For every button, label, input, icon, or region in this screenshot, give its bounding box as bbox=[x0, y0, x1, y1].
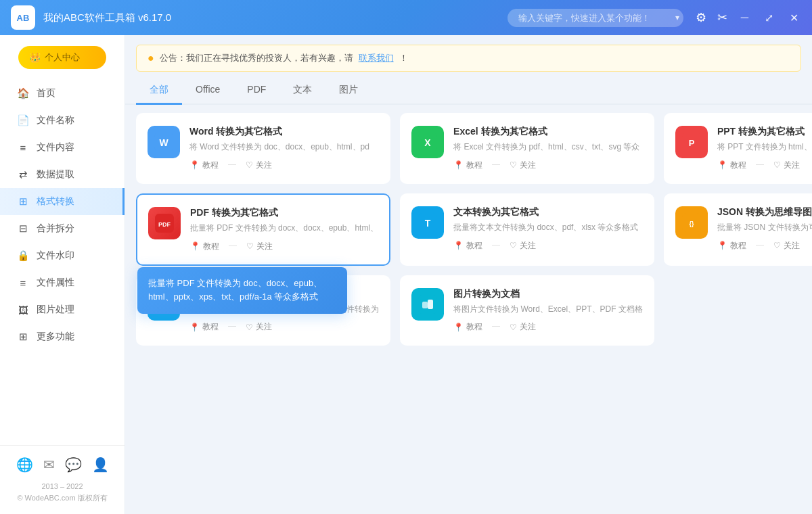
excel-tutorial-label: 教程 bbox=[466, 160, 482, 171]
word-tutorial-label: 教程 bbox=[202, 160, 219, 171]
sidebar-item-home[interactable]: 🏠 首页 bbox=[0, 80, 125, 107]
browser-icon[interactable]: 🌐 bbox=[16, 457, 33, 473]
search-dropdown-icon[interactable]: ▾ bbox=[675, 13, 679, 22]
excel-tutorial-btn[interactable]: 📍 教程 bbox=[453, 160, 482, 171]
sidebar-item-filename[interactable]: 📄 文件名称 bbox=[0, 107, 125, 134]
props-icon: ≡ bbox=[16, 277, 30, 289]
doc-image-divider: — bbox=[228, 321, 236, 333]
sidebar: 👑 个人中心 🏠 首页 📄 文件名称 ≡ 文件内容 ⇄ 数据提取 ⊞ 格式转 bbox=[0, 35, 125, 514]
watermark-icon: 🔒 bbox=[16, 250, 30, 262]
resize-button[interactable]: ⤢ bbox=[762, 11, 776, 24]
user-center-button[interactable]: 👑 个人中心 bbox=[18, 46, 106, 69]
text-tutorial-label: 教程 bbox=[466, 240, 482, 252]
heart-icon8: ♡ bbox=[510, 323, 517, 332]
sidebar-item-formatconvert[interactable]: ⊞ 格式转换 bbox=[0, 188, 125, 215]
svg-text:PDF: PDF bbox=[158, 221, 171, 228]
word-follow-btn[interactable]: ♡ 关注 bbox=[246, 160, 272, 171]
excel-follow-btn[interactable]: ♡ 关注 bbox=[510, 160, 536, 171]
card-ppt-body: PPT 转换为其它格式 将 PPT 文件转换为 html、pdf、ppt、ppt… bbox=[717, 126, 812, 171]
crown-icon: 👑 bbox=[29, 52, 41, 63]
ppt-follow-label: 关注 bbox=[784, 160, 800, 171]
text-divider: — bbox=[492, 240, 500, 252]
card-ppt-convert[interactable]: P PPT 转换为其它格式 将 PPT 文件转换为 html、pdf、ppt、p… bbox=[664, 113, 812, 184]
settings-icon[interactable]: ⚙ bbox=[696, 10, 706, 25]
image-doc-divider: — bbox=[492, 321, 500, 333]
tutorial-icon3: 📍 bbox=[717, 160, 727, 170]
cards-area: W Word 转换为其它格式 将 Word 文件转换为 doc、docx、epu… bbox=[125, 113, 812, 514]
heart-icon3: ♡ bbox=[773, 160, 781, 170]
card-pdf-convert[interactable]: PDF PDF 转换为其它格式 批量将 PDF 文件转换为 docx、docx、… bbox=[136, 193, 390, 266]
tutorial-icon2: 📍 bbox=[453, 160, 464, 170]
image-doc-tutorial-btn[interactable]: 📍 教程 bbox=[453, 321, 482, 333]
sidebar-label-mergesplit: 合并拆分 bbox=[37, 223, 74, 235]
card-text-convert[interactable]: T 文本转换为其它格式 批量将文本文件转换为 docx、pdf、xlsx 等众多… bbox=[400, 193, 654, 266]
card-pdf-footer: 📍 教程 — ♡ 关注 bbox=[190, 241, 378, 252]
announcement-link[interactable]: 联系我们 bbox=[359, 52, 394, 64]
sidebar-label-watermark: 文件水印 bbox=[37, 250, 74, 262]
search-input[interactable] bbox=[508, 9, 683, 27]
text-follow-btn[interactable]: ♡ 关注 bbox=[510, 240, 536, 252]
scissors-icon[interactable]: ✂ bbox=[717, 10, 727, 25]
text-tutorial-btn[interactable]: 📍 教程 bbox=[453, 240, 482, 252]
ppt-tutorial-btn[interactable]: 📍 教程 bbox=[717, 160, 746, 171]
json-follow-btn[interactable]: ♡ 关注 bbox=[773, 240, 800, 252]
tab-all[interactable]: 全部 bbox=[136, 77, 182, 105]
email-icon[interactable]: ✉ bbox=[43, 457, 55, 473]
heart-icon: ♡ bbox=[246, 160, 253, 170]
json-tutorial-btn[interactable]: 📍 教程 bbox=[717, 240, 746, 252]
card-excel-convert[interactable]: X Excel 转换为其它格式 将 Excel 文件转换为 pdf、html、c… bbox=[400, 113, 654, 184]
svg-text:W: W bbox=[159, 137, 168, 148]
excel-icon: X bbox=[411, 126, 444, 158]
sidebar-bottom: 🌐 ✉ 💬 👤 2013 – 2022 © WodeABC.com 版权所有 bbox=[0, 445, 125, 514]
sidebar-label-imageprocess: 图片处理 bbox=[37, 304, 74, 316]
close-button[interactable]: ✕ bbox=[787, 11, 801, 24]
user-icon[interactable]: 👤 bbox=[92, 457, 109, 473]
card-image-to-doc[interactable]: 图片转换为文档 将图片文件转换为 Word、Excel、PPT、PDF 文档格 … bbox=[400, 275, 654, 346]
ppt-icon: P bbox=[675, 126, 708, 158]
doc-image-tutorial-btn[interactable]: 📍 教程 bbox=[189, 321, 219, 333]
announcement-icon: ● bbox=[148, 52, 154, 64]
pdf-tooltip: 批量将 PDF 文件转换为 doc、docx、epub、html、pptx、xp… bbox=[137, 267, 347, 314]
doc-image-follow-btn[interactable]: ♡ 关注 bbox=[246, 321, 272, 333]
chat-icon[interactable]: 💬 bbox=[65, 457, 82, 473]
json-divider: — bbox=[756, 240, 764, 252]
tab-office[interactable]: Office bbox=[182, 77, 233, 105]
card-word-title: Word 转换为其它格式 bbox=[189, 126, 379, 138]
sidebar-item-watermark[interactable]: 🔒 文件水印 bbox=[0, 242, 125, 269]
sidebar-label-fileprops: 文件属性 bbox=[37, 277, 74, 289]
json-tutorial-label: 教程 bbox=[730, 240, 746, 252]
sidebar-item-morefuncs[interactable]: ⊞ 更多功能 bbox=[0, 323, 125, 350]
copyright-years: 2013 – 2022 bbox=[0, 481, 125, 492]
sidebar-item-fileprops[interactable]: ≡ 文件属性 bbox=[0, 269, 125, 296]
card-json-mindmap[interactable]: {} JSON 转换为思维导图 批量将 JSON 文件转换为可视化的思维导图文件… bbox=[664, 193, 812, 266]
sidebar-nav: 🏠 首页 📄 文件名称 ≡ 文件内容 ⇄ 数据提取 ⊞ 格式转换 ⊟ 合并拆分 bbox=[0, 74, 125, 445]
excel-follow-label: 关注 bbox=[520, 160, 536, 171]
card-word-convert[interactable]: W Word 转换为其它格式 将 Word 文件转换为 doc、docx、epu… bbox=[136, 113, 390, 184]
pdf-follow-btn[interactable]: ♡ 关注 bbox=[246, 241, 273, 252]
tab-text[interactable]: 文本 bbox=[279, 77, 325, 105]
tab-pdf[interactable]: PDF bbox=[233, 77, 279, 105]
card-excel-desc: 将 Excel 文件转换为 pdf、html、csv、txt、svg 等众 bbox=[453, 141, 643, 153]
sidebar-item-dataextract[interactable]: ⇄ 数据提取 bbox=[0, 161, 125, 188]
pdf-tutorial-btn[interactable]: 📍 教程 bbox=[190, 241, 219, 252]
card-ppt-footer: 📍 教程 — ♡ 关注 bbox=[717, 160, 812, 171]
tab-image[interactable]: 图片 bbox=[325, 77, 371, 105]
merge-icon: ⊟ bbox=[16, 223, 30, 235]
card-excel-body: Excel 转换为其它格式 将 Excel 文件转换为 pdf、html、csv… bbox=[453, 126, 643, 171]
card-image-doc-title: 图片转换为文档 bbox=[453, 288, 643, 300]
announcement-text: 公告：我们正在寻找优秀的投资人，若有兴趣，请 bbox=[160, 52, 353, 64]
pdf-icon: PDF bbox=[148, 207, 181, 239]
announcement-suffix: ！ bbox=[399, 52, 408, 64]
word-tutorial-btn[interactable]: 📍 教程 bbox=[189, 160, 219, 171]
sidebar-item-mergesplit[interactable]: ⊟ 合并拆分 bbox=[0, 215, 125, 242]
heart-icon5: ♡ bbox=[510, 241, 517, 250]
ppt-follow-btn[interactable]: ♡ 关注 bbox=[773, 160, 800, 171]
minimize-button[interactable]: ─ bbox=[738, 11, 751, 24]
tutorial-icon8: 📍 bbox=[453, 323, 464, 332]
sidebar-label-filecontent: 文件内容 bbox=[37, 141, 74, 154]
image-doc-follow-btn[interactable]: ♡ 关注 bbox=[510, 321, 536, 333]
sidebar-item-filecontent[interactable]: ≡ 文件内容 bbox=[0, 134, 125, 161]
more-icon: ⊞ bbox=[16, 331, 30, 343]
text-icon: T bbox=[411, 206, 444, 239]
sidebar-item-imageprocess[interactable]: 🖼 图片处理 bbox=[0, 296, 125, 323]
